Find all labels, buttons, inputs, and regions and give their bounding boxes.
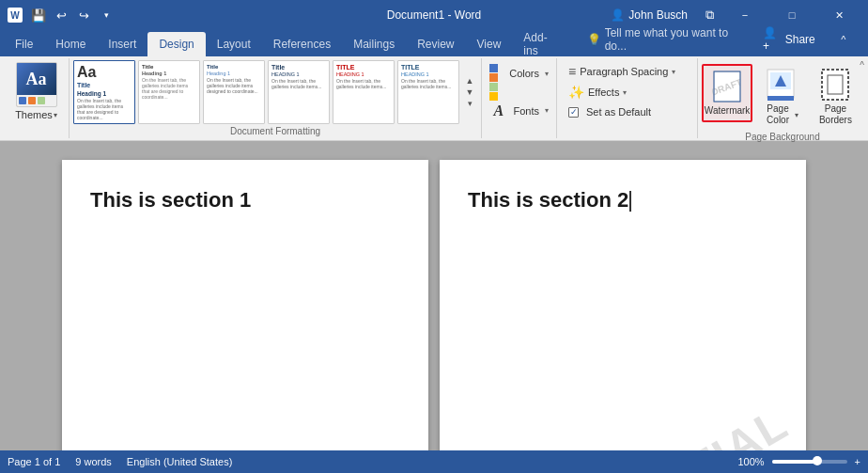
ribbon-tabs: File Home Insert Design Layout Reference…: [0, 30, 868, 56]
document-title: Document1 - Word: [387, 8, 481, 22]
page-borders-button[interactable]: Page Borders: [808, 64, 863, 130]
paragraph-section: ≡ Paragraph Spacing ▾ ✨ Effects ▾ ✓ Set …: [557, 58, 698, 138]
scroll-more-icon[interactable]: ▾: [468, 99, 473, 108]
themes-section: Aa Themes ▾: [4, 58, 70, 138]
user-account-button[interactable]: 👤 John Busch: [603, 7, 695, 24]
tab-home[interactable]: Home: [44, 32, 97, 56]
watermark-icon: DRAFT: [712, 70, 742, 103]
share-icon: 👤+: [763, 26, 782, 53]
page-borders-icon: [820, 68, 850, 102]
themes-button[interactable]: Aa Themes ▾: [15, 62, 57, 120]
zoom-fill: [772, 460, 817, 464]
format-thumb-5[interactable]: TITLE HEADING 1 On the Insert tab, the g…: [397, 60, 459, 124]
tab-addins[interactable]: Add-ins: [512, 32, 571, 56]
themes-label: Themes: [15, 109, 53, 120]
effects-button[interactable]: ✨ Effects ▾: [565, 83, 690, 102]
page-color-icon: [766, 68, 796, 102]
tab-references[interactable]: References: [262, 32, 342, 56]
colors-dropdown-icon: ▾: [545, 70, 549, 78]
tab-view[interactable]: View: [466, 32, 513, 56]
format-thumb-3[interactable]: Title HEADING 1 On the Insert tab, the g…: [268, 60, 330, 124]
themes-dropdown-icon: ▾: [54, 111, 57, 119]
paragraph-spacing-dropdown-icon: ▾: [672, 68, 675, 76]
page-background-label: Page Background: [702, 132, 863, 142]
ribbon-tabs-right: 👤+ Share ^: [755, 23, 864, 56]
page-borders-label: Page Borders: [815, 103, 856, 126]
paragraph-spacing-label: Paragraph Spacing: [580, 66, 668, 77]
zoom-in-icon[interactable]: +: [855, 456, 860, 467]
checkmark-icon: ✓: [570, 107, 578, 117]
zoom-slider[interactable]: [772, 460, 847, 464]
ribbon-content: Aa Themes ▾ Aa Title Hea: [0, 56, 868, 141]
format-thumb-1[interactable]: Title Heading 1 On the Insert tab, the g…: [138, 60, 200, 124]
share-button[interactable]: 👤+ Share: [755, 23, 823, 56]
document-formatting-section: Aa Title Heading 1 On the Insert tab, th…: [70, 58, 482, 138]
format-thumbnails: Aa Title Heading 1 On the Insert tab, th…: [70, 58, 481, 124]
watermark-text: CONFIDENTIAL: [460, 397, 797, 450]
status-bar-right: 100% +: [737, 456, 860, 467]
tab-design[interactable]: Design: [147, 32, 205, 56]
word-icon-letter: W: [10, 10, 19, 21]
paragraph-spacing-icon: ≡: [568, 64, 576, 79]
scroll-up-icon[interactable]: ▲: [466, 76, 474, 86]
section1-text: This is section 1: [90, 188, 251, 213]
set-default-checkbox[interactable]: ✓: [568, 107, 579, 118]
zoom-percent: 100%: [737, 456, 764, 467]
page-background-section: DRAFT Watermark Page Color: [698, 58, 867, 138]
document-page-2: This is section 2 CONFIDENTIAL: [440, 160, 806, 450]
set-default-label[interactable]: Set as Default: [582, 105, 655, 118]
paragraph-spacing-button[interactable]: ≡ Paragraph Spacing ▾: [565, 62, 690, 81]
colors-button[interactable]: Colors ▾: [486, 62, 552, 85]
save-button[interactable]: 💾: [28, 5, 49, 25]
page-color-button[interactable]: Page Color ▾: [754, 64, 806, 130]
tab-insert[interactable]: Insert: [97, 32, 147, 56]
fonts-dropdown-icon: ▾: [545, 106, 549, 115]
tab-file[interactable]: File: [4, 32, 44, 56]
lightbulb-icon: 💡: [587, 33, 601, 46]
svg-rect-7: [822, 70, 848, 100]
collapse-ribbon-button[interactable]: ^: [860, 60, 864, 71]
effects-label: Effects: [588, 87, 619, 98]
redo-button[interactable]: ↪: [73, 5, 94, 25]
status-bar: Page 1 of 1 9 words English (United Stat…: [0, 450, 868, 473]
svg-rect-5: [767, 96, 794, 101]
document-area: This is section 1 This is section 2 CONF…: [0, 141, 868, 450]
scroll-down-icon[interactable]: ▼: [466, 87, 474, 97]
format-thumb-normal[interactable]: Aa Title Heading 1 On the Insert tab, th…: [73, 60, 135, 124]
document-page-1: This is section 1: [62, 160, 428, 450]
watermark-label: Watermark: [705, 105, 751, 117]
tell-me-label: Tell me what you want to do...: [605, 26, 748, 53]
doc-formatting-label: Document Formatting: [70, 124, 481, 138]
language-indicator: English (United States): [127, 456, 233, 467]
ribbon-collapse-button[interactable]: ^: [823, 24, 864, 55]
title-bar-left: W 💾 ↩ ↪ ▾: [8, 5, 116, 25]
tab-mailings[interactable]: Mailings: [342, 32, 406, 56]
word-count: 9 words: [75, 456, 112, 467]
watermark-button[interactable]: DRAFT Watermark: [702, 64, 752, 122]
tab-layout[interactable]: Layout: [206, 32, 262, 56]
page-color-label: Page Color: [762, 103, 794, 126]
word-icon: W: [8, 8, 23, 23]
fonts-icon: A: [489, 102, 507, 120]
user-icon: 👤: [611, 8, 625, 22]
fonts-button[interactable]: A Fonts ▾: [486, 100, 552, 122]
colors-icon: [489, 64, 504, 83]
quick-access-toolbar: 💾 ↩ ↪ ▾: [28, 5, 116, 25]
share-label: Share: [785, 33, 815, 46]
fonts-label: Fonts: [513, 105, 539, 117]
page-color-dropdown-icon: ▾: [795, 111, 798, 119]
themes-icon: Aa: [16, 62, 57, 107]
colors-fonts-section: Colors ▾ A Fonts ▾: [482, 58, 557, 138]
set-default-row[interactable]: ✓ Set as Default: [565, 103, 690, 120]
format-thumb-4[interactable]: TITLE HEADING 1 On the Insert tab, the g…: [333, 60, 395, 124]
effects-icon: ✨: [568, 85, 584, 100]
format-thumb-2[interactable]: Title Heading 1 On the Insert tab, the g…: [203, 60, 265, 124]
undo-button[interactable]: ↩: [51, 5, 71, 25]
tell-me-field[interactable]: 💡 Tell me what you want to do...: [580, 23, 755, 56]
section2-text: This is section 2: [468, 188, 631, 213]
quick-access-more-button[interactable]: ▾: [96, 5, 116, 25]
text-cursor: [629, 191, 631, 212]
page-info: Page 1 of 1: [8, 456, 60, 467]
tab-review[interactable]: Review: [406, 32, 465, 56]
zoom-thumb[interactable]: [813, 456, 822, 465]
